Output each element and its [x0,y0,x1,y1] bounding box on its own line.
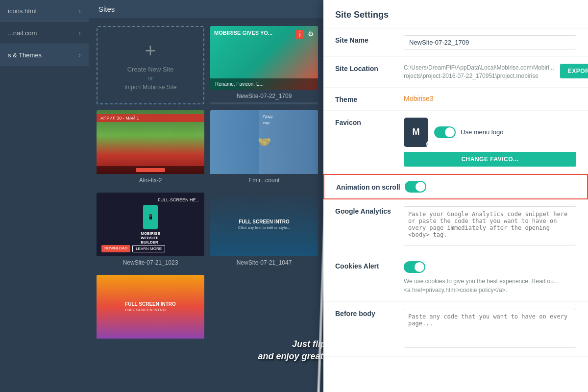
site-thumbnail: MOBIRISE GIVES YO... ⚙ i Rename, Favicon… [210,26,318,90]
site-card-emir[interactable]: 🤝 Граді пар Emir...count [210,110,318,187]
use-menu-logo-toggle-switch[interactable] [434,126,456,138]
site-card-alni[interactable]: АПРИЛ 30 - MAЙ 1 Alni-fix-2 [97,110,204,187]
site-location-row: Site Location C:\Users\DreamPiF\AppData\… [323,57,588,88]
settings-title: Site Settings [323,0,588,28]
site-thumbnail: 📱 MOBIRISEWEBSITEBUILDER FULL-SCREEN HE.… [97,193,204,256]
animation-value [405,181,575,193]
site-name-input[interactable] [404,35,576,49]
chevron-right-icon: › [78,51,81,59]
plus-icon: + [145,40,156,62]
create-label: Create New Site [127,66,174,73]
sidebar-item-label: s & Themes [8,51,42,59]
before-body-row: Before body [323,302,588,357]
favicon-row: Favicon M ⚙ Use menu logo CHANGE FAVICO.… [323,111,588,174]
site-name: Alni-fix-2 [97,174,204,187]
google-analytics-value [404,206,576,247]
site-thumbnail: 🤝 Граді пар [210,110,318,174]
site-name [97,339,204,344]
favicon-phone: M ⚙ [404,118,428,147]
site-location-label: Site Location [335,64,404,73]
theme-value: Mobirise3 [404,95,576,102]
favicon-gear-icon: ⚙ [425,140,432,149]
google-analytics-row: Google Analytics [323,199,588,254]
theme-label: Theme [335,95,404,103]
change-favicon-button[interactable]: CHANGE FAVICO... [404,152,576,167]
site-name-row: Site Name [323,28,588,57]
before-body-label: Before body [335,309,404,318]
sidebar-item-mail[interactable]: ...nail.com › [0,22,89,44]
site-card-builder[interactable]: 📱 MOBIRISEWEBSITEBUILDER FULL-SCREEN HE.… [97,193,204,269]
sidebar-item-label: ...nail.com [8,29,37,37]
site-name: NewSite-07-22_1709 [210,90,318,102]
site-name-label: Site Name [335,35,404,44]
site-card-fullscreen1[interactable]: FULL SCREEN INTROClick any text to edit … [210,193,318,269]
before-body-value [404,309,576,349]
site-name: NewSite-07-21_1023 [97,256,204,269]
animation-on-scroll-row: Animation on scroll [323,174,588,199]
theme-name: Mobirise3 [404,95,434,102]
site-location-value: C:\Users\DreamPiF\AppData\Local\Mobirise… [404,64,554,80]
before-body-input[interactable] [404,309,576,348]
sidebar-item-themes[interactable]: s & Themes › [0,44,89,66]
site-card-fullscreen2[interactable]: FULL SCREEN INTROFULL SCREEN INTRO [97,275,204,344]
cookies-label: Cookies Alert [335,261,404,270]
favicon-controls: M ⚙ Use menu logo [404,118,576,147]
favicon-value: M ⚙ Use menu logo CHANGE FAVICO... [404,118,576,167]
export-site-button[interactable]: EXPORT SI... [560,64,588,78]
cookies-text: We use cookies to give you the best expe… [404,277,576,294]
animation-label: Animation on scroll [336,182,405,191]
cookies-value: We use cookies to give you the best expe… [404,261,576,294]
location-text: C:\Users\DreamPiF\AppData\Local\Mobirise… [404,64,554,80]
sidebar: icons.html › ...nail.com › s & Themes › [0,0,89,392]
site-name: Emir...count [210,174,318,187]
site-name-value [404,35,576,49]
site-thumbnail: АПРИЛ 30 - MAЙ 1 [97,110,204,174]
site-thumbnail: FULL SCREEN INTROClick any text to edit … [210,193,318,256]
google-analytics-input[interactable] [404,206,576,245]
settings-panel: Site Settings Site Name Site Location C:… [323,0,588,392]
animation-toggle-switch[interactable] [405,181,426,193]
cookies-toggle-switch[interactable] [404,261,425,273]
use-menu-logo-toggle: Use menu logo [434,126,503,138]
site-name: NewSite-07-21_1047 [210,256,318,269]
import-label: Import Mobirise Site [124,84,177,91]
sidebar-item-icons[interactable]: icons.html › [0,0,89,22]
or-label: or [148,75,153,82]
use-menu-logo-label: Use menu logo [461,128,503,136]
site-card-newsite[interactable]: MOBIRISE GIVES YO... ⚙ i Rename, Favicon… [210,26,318,104]
sidebar-item-label: icons.html [8,7,37,15]
favicon-area: M ⚙ Use menu logo CHANGE FAVICO... [404,118,576,167]
chevron-right-icon: › [78,29,81,37]
site-thumbnail: FULL SCREEN INTROFULL SCREEN INTRO [97,275,204,339]
favicon-label: Favicon [335,118,404,126]
create-new-site-card[interactable]: + Create New Site or Import Mobirise Sit… [97,26,204,104]
cookies-alert-row: Cookies Alert We use cookies to give you… [323,254,588,302]
theme-row: Theme Mobirise3 [323,88,588,111]
google-analytics-label: Google Analytics [335,206,404,215]
chevron-right-icon: › [78,7,81,15]
